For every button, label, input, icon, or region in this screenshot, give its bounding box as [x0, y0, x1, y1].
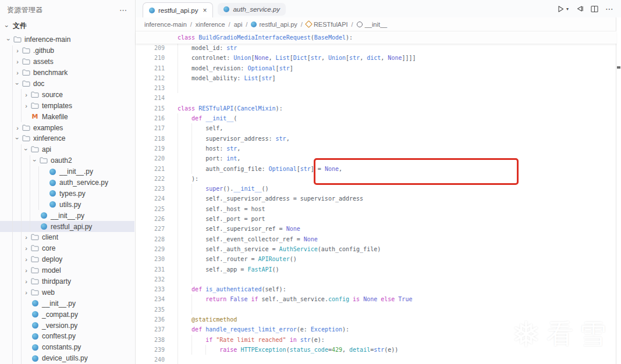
tree-item-_compat.py[interactable]: _compat.py: [0, 309, 134, 320]
sticky-scroll-line[interactable]: class BuildGradioMediaInterfaceRequest(B…: [136, 31, 616, 44]
code-line-224[interactable]: 224 self._supervisor_address = superviso…: [136, 194, 616, 204]
tree-item-utils.py[interactable]: utils.py: [0, 199, 134, 210]
breadcrumb-label: inference-main: [144, 21, 187, 28]
tree-item-_version.py[interactable]: _version.py: [0, 320, 134, 331]
run-button[interactable]: ▾: [557, 5, 569, 13]
code-line-231[interactable]: 231 self._app = FastAPI(): [136, 265, 616, 274]
code-line-214[interactable]: 214: [136, 93, 616, 103]
chevron-right-icon[interactable]: ›: [13, 59, 22, 65]
tree-item-web[interactable]: ›web: [0, 287, 134, 298]
run-dropdown-caret[interactable]: ▾: [566, 6, 569, 12]
chevron-right-icon[interactable]: ›: [22, 92, 30, 98]
breadcrumb-item-RESTfulAPI[interactable]: RESTfulAPI: [306, 21, 348, 28]
breadcrumb-item-xinference[interactable]: xinference: [196, 21, 225, 28]
code-line-233[interactable]: 233 def is_authenticated(self):: [136, 284, 616, 294]
chevron-right-icon[interactable]: ›: [13, 125, 22, 131]
tab-auth_service.py[interactable]: auth_service.py: [218, 3, 286, 16]
chevron-right-icon[interactable]: ›: [22, 234, 30, 240]
tree-item-restful_api.py[interactable]: restful_api.py: [0, 221, 134, 232]
code-line-219[interactable]: 219 host: str,: [136, 144, 616, 154]
chevron-right-icon[interactable]: ›: [22, 279, 30, 284]
code-line-218[interactable]: 218 supervisor_address: str,: [136, 134, 616, 144]
tree-item-types.py[interactable]: types.py: [0, 188, 134, 199]
code-line-226[interactable]: 226 self._port = port: [136, 214, 616, 224]
split-editor-icon[interactable]: [591, 5, 598, 13]
chevron-down-icon[interactable]: ›: [32, 156, 38, 165]
tree-item-constants.py[interactable]: constants.py: [0, 342, 134, 353]
tree-item-oauth2[interactable]: ›oauth2: [0, 155, 134, 166]
chevron-right-icon[interactable]: ›: [22, 267, 30, 273]
code-line-212[interactable]: 212 model_ability: List[str]: [136, 73, 616, 83]
tree-item-Makefile[interactable]: MMakefile: [0, 111, 134, 122]
tree-item-deploy[interactable]: ›deploy: [0, 254, 134, 265]
indent-guide: [30, 166, 30, 177]
more-actions-icon[interactable]: ⋯: [605, 4, 614, 13]
chevron-right-icon[interactable]: ›: [22, 256, 30, 262]
code-line-229[interactable]: 229 self._auth_service = AuthService(aut…: [136, 244, 616, 254]
tree-item-model[interactable]: ›model: [0, 265, 134, 276]
code-line-227[interactable]: 227 self._supervisor_ref = None: [136, 224, 616, 234]
code-line-237[interactable]: 237 def handle_request_limit_error(e: Ex…: [136, 324, 616, 334]
tree-item-assets[interactable]: ›assets: [0, 56, 134, 67]
code-line-217[interactable]: 217 self,: [136, 123, 616, 133]
tree-item-xinference[interactable]: ›xinference: [0, 133, 134, 144]
chevron-down-icon[interactable]: ›: [6, 35, 12, 44]
tree-item-device_utils.py[interactable]: device_utils.py: [0, 353, 134, 364]
tree-item-.github[interactable]: ›.github: [0, 45, 134, 56]
code-line-232[interactable]: 232: [136, 274, 616, 284]
tab-restful_api.py[interactable]: restful_api.py×: [143, 2, 213, 18]
code-line-209[interactable]: 209 model_id: str: [136, 43, 616, 53]
code-line-223[interactable]: 223 super().__init__(): [136, 184, 616, 194]
chevron-down-icon[interactable]: ›: [15, 80, 20, 88]
tree-item-__init__.py[interactable]: __init__.py: [0, 210, 134, 221]
code-line-225[interactable]: 225 self._host = host: [136, 204, 616, 214]
code-line-235[interactable]: 235: [136, 305, 616, 315]
chevron-right-icon[interactable]: ›: [22, 290, 30, 295]
code-line-220[interactable]: 220 port: int,: [136, 154, 616, 163]
tree-item-api[interactable]: ›api: [0, 144, 134, 155]
tree-item-source[interactable]: ›source: [0, 89, 134, 100]
tree-item-examples[interactable]: ›examples: [0, 122, 134, 133]
code-line-230[interactable]: 230 self._router = APIRouter(): [136, 254, 616, 264]
code-line-240[interactable]: 240: [136, 355, 616, 364]
code-line-215[interactable]: 215class RESTfulAPI(CancelMixin):: [136, 104, 616, 113]
tree-item-__init__.py[interactable]: __init__.py: [0, 166, 134, 177]
tree-item-auth_service.py[interactable]: auth_service.py: [0, 177, 134, 188]
code-viewport[interactable]: 209 model_id: str210 controlnet: Union[N…: [136, 43, 616, 364]
explorer-more-actions-icon[interactable]: ⋯: [119, 8, 127, 13]
chevron-right-icon[interactable]: ›: [13, 70, 22, 76]
code-line-228[interactable]: 228 self._event_collector_ref = None: [136, 234, 616, 244]
close-icon[interactable]: ×: [203, 8, 207, 13]
breadcrumb-item-api[interactable]: api: [234, 21, 243, 28]
files-section-header[interactable]: › 文件: [0, 17, 135, 32]
breadcrumb-item-__init__[interactable]: __init__: [357, 21, 388, 28]
code-line-236[interactable]: 236 @staticmethod: [136, 315, 616, 324]
tree-item-doc[interactable]: ›doc: [0, 78, 134, 90]
code-line-211[interactable]: 211 model_revision: Optional[str]: [136, 63, 616, 73]
tree-item-templates[interactable]: ›templates: [0, 100, 134, 111]
tree-item-client[interactable]: ›client: [0, 232, 134, 243]
tree-item-conftest.py[interactable]: conftest.py: [0, 331, 134, 342]
code-line-213[interactable]: 213: [136, 83, 616, 93]
tree-item-__init__.py[interactable]: __init__.py: [0, 298, 134, 309]
tree-item-thirdparty[interactable]: ›thirdparty: [0, 276, 134, 287]
chevron-right-icon[interactable]: ›: [22, 103, 30, 109]
chevron-down-icon[interactable]: ›: [15, 134, 20, 142]
code-line-221[interactable]: 221 auth_config_file: Optional[str] = No…: [136, 164, 616, 174]
breadcrumb-item-restful_api.py[interactable]: restful_api.py: [251, 21, 297, 28]
code-line-216[interactable]: 216 def __init__(: [136, 113, 616, 123]
chevron-right-icon[interactable]: ›: [13, 48, 22, 53]
code-line-239[interactable]: 239 raise HTTPException(status_code=429,…: [136, 345, 616, 355]
scrollbar[interactable]: [616, 17, 621, 364]
code-line-210[interactable]: 210 controlnet: Union[None, List[Dict[st…: [136, 53, 616, 63]
tree-item-inference-main[interactable]: ›inference-main: [0, 34, 134, 45]
code-line-238[interactable]: 238 if "Rate limit reached" in str(e):: [136, 335, 616, 345]
open-changes-icon[interactable]: [576, 5, 584, 12]
code-line-222[interactable]: 222 ):: [136, 174, 616, 184]
code-line-234[interactable]: 234 return False if self._auth_service.c…: [136, 294, 616, 304]
chevron-right-icon[interactable]: ›: [22, 245, 30, 251]
breadcrumb-item-inference-main[interactable]: inference-main: [144, 21, 187, 28]
tree-item-benchmark[interactable]: ›benchmark: [0, 67, 134, 78]
chevron-down-icon[interactable]: ›: [23, 145, 29, 154]
tree-item-core[interactable]: ›core: [0, 243, 134, 254]
